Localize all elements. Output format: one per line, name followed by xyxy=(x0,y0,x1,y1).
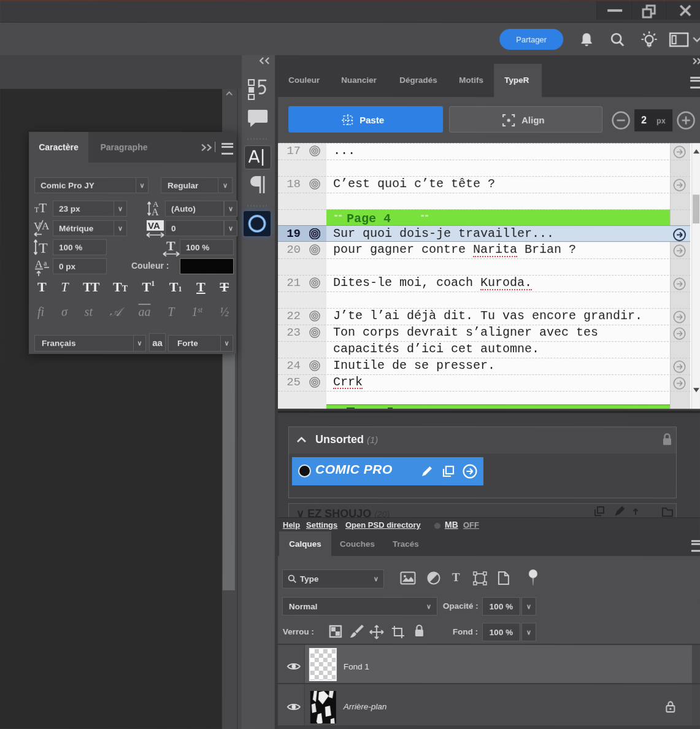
svg-text:VA: VA xyxy=(148,220,160,231)
svg-text:A: A xyxy=(152,207,159,217)
svg-text:A: A xyxy=(35,258,43,270)
svg-text:A: A xyxy=(42,220,50,232)
svg-text:a: a xyxy=(44,259,47,268)
svg-text:T: T xyxy=(166,238,175,253)
svg-text:T: T xyxy=(39,240,48,256)
